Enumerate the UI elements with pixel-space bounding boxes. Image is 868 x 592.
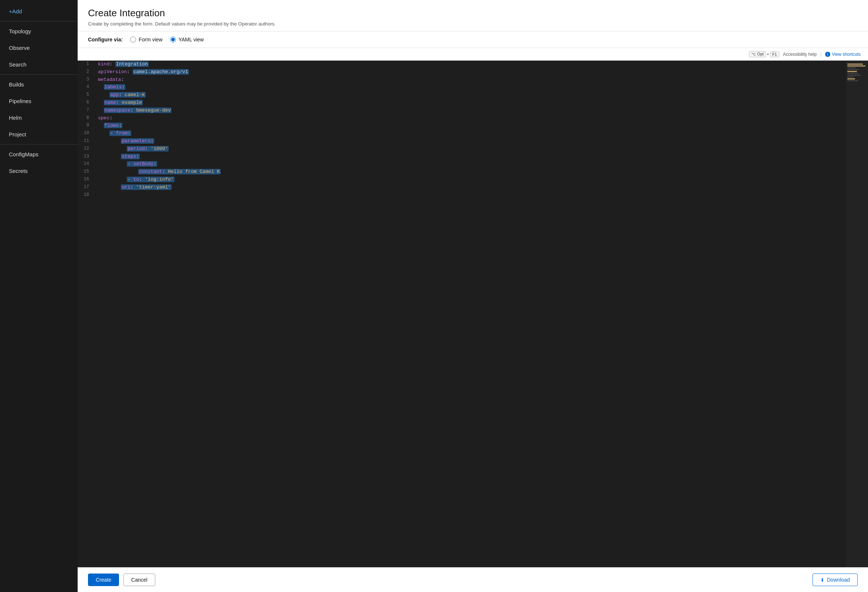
table-row: 8spec: xyxy=(78,115,868,122)
accessibility-help-text: Accessibility help xyxy=(783,52,816,57)
line-number: 6 xyxy=(78,99,94,107)
sidebar-item-secrets[interactable]: Secrets xyxy=(0,163,78,179)
table-row: 15 constant: Hello from Camel K xyxy=(78,168,868,176)
editor-toolbar: ⌥ Opt + F1 Accessibility help | i View s… xyxy=(78,48,868,60)
table-row: 2apiVersion: camel.apache.org/v1 xyxy=(78,68,868,76)
sidebar-item-configmaps[interactable]: ConfigMaps xyxy=(0,146,78,163)
divider-after-add xyxy=(0,21,78,21)
line-content: labels: xyxy=(94,84,868,91)
table-row: 7 namespace: bmesegue-dev xyxy=(78,107,868,115)
sidebar: +Add Topology Observe Search Builds Pipe… xyxy=(0,0,78,592)
line-number: 14 xyxy=(78,161,94,168)
table-row: 14 - setBody: xyxy=(78,161,868,168)
minimap-line xyxy=(847,69,859,70)
view-shortcuts-label: View shortcuts xyxy=(832,52,861,57)
minimap-line xyxy=(847,78,855,80)
line-number: 17 xyxy=(78,184,94,191)
line-content: app: camel-k xyxy=(94,91,868,99)
sidebar-item-helm[interactable]: Helm xyxy=(0,109,78,126)
line-content: - to: 'log:info' xyxy=(94,176,868,184)
kbd-plus: + xyxy=(767,52,769,57)
line-content: namespace: bmesegue-dev xyxy=(94,107,868,115)
configure-label: Configure via: xyxy=(88,37,123,43)
yaml-view-radio[interactable] xyxy=(170,37,176,43)
form-view-radio[interactable] xyxy=(130,37,136,43)
minimap-line xyxy=(847,71,857,72)
table-row: 3metadata: xyxy=(78,76,868,84)
line-number: 4 xyxy=(78,84,94,91)
table-row: 11 parameters: xyxy=(78,137,868,145)
form-view-label: Form view xyxy=(139,37,163,43)
minimap-line xyxy=(847,73,858,74)
line-number: 10 xyxy=(78,130,94,137)
table-row: 5 app: camel-k xyxy=(78,91,868,99)
line-number: 5 xyxy=(78,91,94,99)
sidebar-item-search[interactable]: Search xyxy=(0,56,78,73)
page-header: Create Integration Create by completing … xyxy=(78,0,868,31)
code-table: 1kind: Integration2apiVersion: camel.apa… xyxy=(78,60,868,199)
minimap-line xyxy=(847,77,854,78)
minimap-line xyxy=(847,75,861,76)
kbd-opt: ⌥ Opt xyxy=(749,51,766,57)
minimap-lines xyxy=(846,60,868,84)
page-title: Create Integration xyxy=(88,7,858,19)
sidebar-item-add[interactable]: +Add xyxy=(0,3,78,19)
table-row: 6 name: example xyxy=(78,99,868,107)
line-content: metadata: xyxy=(94,76,868,84)
table-row: 9 flows: xyxy=(78,122,868,130)
minimap-line xyxy=(847,80,858,81)
code-editor[interactable]: 1kind: Integration2apiVersion: camel.apa… xyxy=(78,60,868,567)
sidebar-item-project[interactable]: Project xyxy=(0,126,78,143)
line-content: uri: 'timer:yaml' xyxy=(94,184,868,191)
line-number: 2 xyxy=(78,68,94,76)
line-content: name: example xyxy=(94,99,868,107)
divider-2 xyxy=(0,144,78,144)
table-row: 16 - to: 'log:info' xyxy=(78,176,868,184)
page-subtitle: Create by completing the form. Default v… xyxy=(88,21,858,27)
line-number: 18 xyxy=(78,191,94,199)
line-number: 11 xyxy=(78,137,94,145)
minimap-line xyxy=(847,63,863,65)
line-number: 1 xyxy=(78,60,94,68)
download-label: Download xyxy=(827,577,850,583)
line-number: 15 xyxy=(78,168,94,176)
table-row: 4 labels: xyxy=(78,84,868,91)
table-row: 12 period: '1000' xyxy=(78,145,868,153)
line-number: 9 xyxy=(78,122,94,130)
footer: Create Cancel Download xyxy=(78,567,868,592)
line-content: constant: Hello from Camel K xyxy=(94,168,868,176)
sidebar-item-builds[interactable]: Builds xyxy=(0,76,78,93)
line-content xyxy=(94,191,868,199)
configure-bar: Configure via: Form view YAML view xyxy=(78,31,868,48)
minimap-line xyxy=(847,67,856,68)
yaml-view-label: YAML view xyxy=(179,37,204,43)
info-icon: i xyxy=(825,52,830,57)
form-view-option[interactable]: Form view xyxy=(130,37,163,43)
footer-actions-left: Create Cancel xyxy=(88,573,155,586)
kbd-f1: F1 xyxy=(770,52,779,57)
cancel-button[interactable]: Cancel xyxy=(124,573,155,586)
download-button[interactable]: Download xyxy=(813,573,858,586)
download-icon xyxy=(820,577,824,583)
table-row: 1kind: Integration xyxy=(78,60,868,68)
create-button[interactable]: Create xyxy=(88,573,119,586)
line-number: 7 xyxy=(78,107,94,115)
line-number: 12 xyxy=(78,145,94,153)
line-content: flows: xyxy=(94,122,868,130)
line-content: apiVersion: camel.apache.org/v1 xyxy=(94,68,868,76)
line-content: kind: Integration xyxy=(94,60,868,68)
yaml-view-option[interactable]: YAML view xyxy=(170,37,204,43)
keyboard-shortcut-hint: ⌥ Opt + F1 xyxy=(749,51,779,57)
editor-container: ⌥ Opt + F1 Accessibility help | i View s… xyxy=(78,48,868,567)
minimap xyxy=(846,60,868,567)
sidebar-item-pipelines[interactable]: Pipelines xyxy=(0,93,78,109)
sidebar-item-observe[interactable]: Observe xyxy=(0,40,78,56)
sidebar-item-topology[interactable]: Topology xyxy=(0,23,78,40)
table-row: 13 steps: xyxy=(78,153,868,161)
divider-1 xyxy=(0,74,78,75)
table-row: 18 xyxy=(78,191,868,199)
view-shortcuts-link[interactable]: i View shortcuts xyxy=(825,52,861,57)
line-content: period: '1000' xyxy=(94,145,868,153)
line-number: 8 xyxy=(78,115,94,122)
table-row: 17 uri: 'timer:yaml' xyxy=(78,184,868,191)
